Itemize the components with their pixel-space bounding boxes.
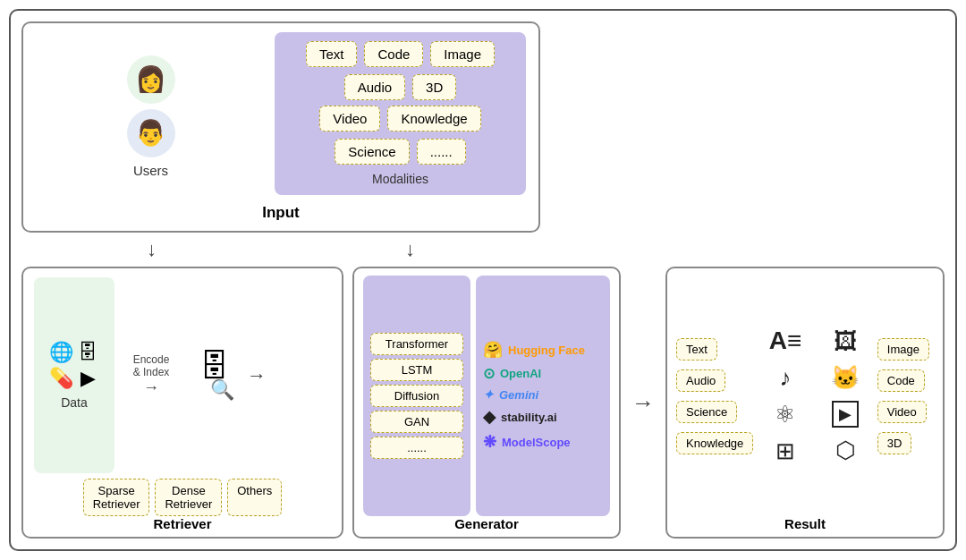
- result-code-icon: 🐱: [831, 364, 860, 392]
- encode-label: Encode& Index: [133, 353, 170, 378]
- modalities-row-1: Text Code Image Audio 3D: [285, 41, 515, 100]
- modality-image: Image: [430, 41, 495, 67]
- result-table-icon: ⊞: [775, 437, 795, 465]
- provider-gemini: ✦ Gemini: [483, 387, 603, 402]
- arrow-down-left: ↓: [147, 240, 157, 259]
- encode-arrow: →: [143, 378, 159, 397]
- result-knowledge-tag: Knowledge: [676, 432, 753, 454]
- retriever-tags: SparseRetriever DenseRetriever Others: [34, 479, 331, 516]
- openai-icon: ⊙: [483, 365, 495, 382]
- result-tags-right: Image Code Video 3D: [877, 338, 934, 454]
- arrow-down-right: ↓: [405, 240, 415, 259]
- modality-video: Video: [319, 106, 380, 132]
- modalities-box: Text Code Image Audio 3D Video Knowledge…: [275, 32, 526, 195]
- result-icons-right: 🖼 🐱 ▶ ⬡: [818, 327, 874, 464]
- result-atom-icon: ⚛: [775, 401, 795, 428]
- male-avatar: 👨: [127, 109, 175, 157]
- modality-more: ......: [417, 139, 466, 165]
- stability-icon: ◆: [483, 407, 496, 427]
- model-lstm: LSTM: [370, 359, 463, 381]
- search-icon: 🔍: [210, 378, 234, 402]
- provider-stability: ◆ stability.ai: [483, 407, 603, 427]
- users-label: Users: [133, 163, 168, 178]
- provider-huggingface: 🤗 Hugging Face: [483, 340, 603, 360]
- retriever-section: 🌐 🗄 💊 ▶ Data Encode& Index → �: [21, 267, 343, 539]
- result-science-tag: Science: [676, 401, 737, 423]
- result-code-tag: Code: [877, 369, 925, 392]
- result-audio-tag: Audio: [676, 369, 725, 392]
- modality-code: Code: [364, 41, 423, 67]
- result-icons-left: A≡ ♪ ⚛ ⊞: [757, 327, 813, 465]
- generator-section: Transformer LSTM Diffusion GAN ...... 🤗 …: [352, 267, 621, 539]
- female-avatar: 👩: [127, 55, 175, 104]
- main-diagram: 👩 👨 Users Text Code Image Audio 3D Video: [9, 9, 957, 551]
- globe-icon: 🌐: [49, 341, 73, 364]
- model-transformer: Transformer: [370, 333, 463, 355]
- result-image-icon: 🖼: [834, 327, 857, 355]
- video-icon: ▶: [76, 367, 100, 390]
- result-title: Result: [676, 516, 934, 531]
- input-title: Input: [36, 204, 526, 222]
- data-label: Data: [61, 395, 88, 410]
- data-icons: 🌐 🗄 💊 ▶: [49, 341, 100, 390]
- provider-openai: ⊙ OpenAI: [483, 365, 603, 382]
- bottom-row: 🌐 🗄 💊 ▶ Data Encode& Index → �: [21, 267, 945, 539]
- retriever-to-generator-arrow: →: [247, 277, 267, 473]
- model-list: Transformer LSTM Diffusion GAN ......: [363, 276, 470, 516]
- hf-icon: 🤗: [483, 340, 503, 360]
- model-diffusion: Diffusion: [370, 385, 463, 407]
- modality-knowledge: Knowledge: [387, 106, 480, 132]
- gemini-icon: ✦: [483, 387, 494, 402]
- result-text-icon: A≡: [769, 327, 802, 355]
- model-more: ......: [370, 437, 463, 459]
- result-tags-left: Text Audio Science Knowledge: [676, 338, 753, 454]
- modality-3d: 3D: [412, 74, 456, 100]
- data-box: 🌐 🗄 💊 ▶ Data: [34, 277, 114, 473]
- hf-label: Hugging Face: [508, 344, 585, 357]
- modality-science: Science: [335, 139, 409, 165]
- dense-retriever-tag: DenseRetriever: [155, 479, 222, 516]
- generator-to-result-arrow: →: [631, 389, 655, 417]
- result-3d-tag: 3D: [877, 432, 912, 454]
- pill-icon: 💊: [49, 367, 73, 390]
- input-section: 👩 👨 Users Text Code Image Audio 3D Video: [21, 21, 540, 233]
- result-text-tag: Text: [676, 338, 717, 361]
- provider-list: 🤗 Hugging Face ⊙ OpenAI ✦ Gemini ◆ stabi…: [476, 276, 610, 516]
- provider-modelscope: ❋ ModelScope: [483, 432, 603, 452]
- sparse-retriever-tag: SparseRetriever: [83, 479, 150, 516]
- result-video-tag: Video: [877, 401, 927, 423]
- generator-title: Generator: [363, 516, 610, 531]
- database-icon: 🗄: [76, 341, 100, 364]
- generator-inner: Transformer LSTM Diffusion GAN ...... 🤗 …: [363, 276, 610, 516]
- db-search-box: 🗄 🔍: [188, 277, 242, 473]
- modality-audio: Audio: [344, 74, 405, 100]
- gemini-label: Gemini: [499, 388, 538, 402]
- result-audio-icon: ♪: [779, 364, 791, 392]
- result-image-tag: Image: [877, 338, 929, 361]
- openai-label: OpenAI: [500, 367, 541, 380]
- result-inner: Text Audio Science Knowledge A≡ ♪ ⚛ ⊞ 🖼 …: [676, 276, 934, 516]
- modalities-label: Modalities: [372, 172, 428, 186]
- encode-area: Encode& Index →: [120, 277, 182, 473]
- model-gan: GAN: [370, 411, 463, 433]
- users-box: 👩 👨 Users: [36, 32, 266, 200]
- result-3d-icon: ⬡: [835, 437, 856, 464]
- result-section: Text Audio Science Knowledge A≡ ♪ ⚛ ⊞ 🖼 …: [665, 267, 945, 539]
- modalities-row-2: Video Knowledge Science ......: [285, 106, 515, 165]
- modality-text: Text: [306, 41, 358, 67]
- modelscope-icon: ❋: [483, 432, 496, 452]
- others-tag: Others: [227, 479, 282, 516]
- stability-label: stability.ai: [501, 411, 557, 424]
- retriever-title: Retriever: [34, 516, 331, 531]
- result-video-icon: ▶: [832, 401, 859, 428]
- modelscope-label: ModelScope: [502, 436, 571, 449]
